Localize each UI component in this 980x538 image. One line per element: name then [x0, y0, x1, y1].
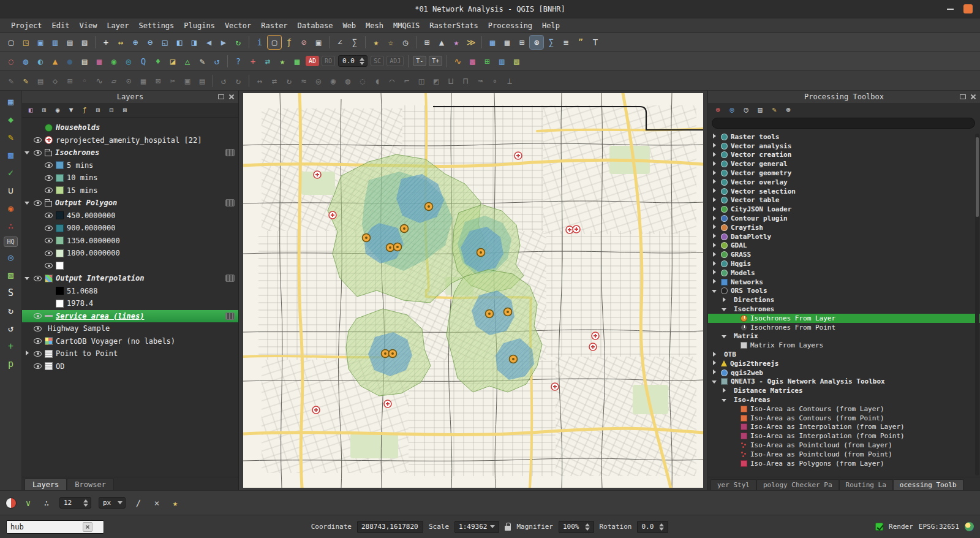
algorithm-item-directions[interactable]: Directions: [708, 295, 980, 305]
locator-input[interactable]: [9, 522, 83, 532]
expand-arrow-icon[interactable]: [712, 152, 718, 158]
visibility-eye-icon[interactable]: [45, 263, 53, 268]
tab-layers[interactable]: Layers: [24, 479, 67, 490]
style-manager-icon[interactable]: ★: [450, 36, 463, 49]
menu-item-settings[interactable]: Settings: [134, 20, 179, 31]
menu-item-plugins[interactable]: Plugins: [179, 20, 220, 31]
spin-down-icon[interactable]: [360, 62, 364, 65]
visibility-eye-icon[interactable]: [34, 338, 42, 344]
algorithm-item-crayfish[interactable]: Crayfish: [708, 223, 980, 232]
algorithm-item-vector-geometry[interactable]: Vector geometry: [708, 169, 980, 178]
menu-item-mmqgis[interactable]: MMQGIS: [388, 20, 424, 31]
filter-by-expression-icon[interactable]: ƒ: [79, 105, 90, 116]
zoom-full-icon[interactable]: ◱: [158, 36, 172, 49]
algorithm-item-raster-tools[interactable]: Raster tools: [708, 132, 980, 142]
temporal-controller-icon[interactable]: ◷: [399, 36, 412, 49]
web-globe-icon[interactable]: ◍: [19, 55, 32, 68]
render-checkbox[interactable]: [875, 523, 883, 531]
green-globe-icon[interactable]: ◉: [107, 55, 121, 68]
flask-icon[interactable]: △: [181, 55, 194, 68]
layer-item-item[interactable]: [22, 260, 238, 273]
algorithm-item-isochrones[interactable]: Isochrones: [708, 305, 980, 314]
check-icon[interactable]: ✓: [3, 165, 19, 180]
expand-arrow-icon[interactable]: [722, 306, 728, 313]
algorithm-item-matrix[interactable]: Matrix: [708, 332, 980, 341]
zoom-next-icon[interactable]: ▶: [217, 36, 230, 49]
processing-search-input[interactable]: [712, 118, 975, 129]
visibility-eye-icon[interactable]: [34, 313, 42, 319]
image-export-icon[interactable]: ▧: [510, 55, 523, 68]
layer-item-10-mins[interactable]: 10 mins: [22, 172, 238, 184]
layer-indicator-badge[interactable]: [225, 199, 235, 206]
layer-item-output-polygon[interactable]: Output Polygon: [22, 197, 238, 210]
scale-combo[interactable]: 1:49362: [454, 521, 499, 533]
manage-map-themes-icon[interactable]: ◉: [52, 105, 63, 116]
minimize-button[interactable]: [947, 9, 954, 10]
dark-globe-icon[interactable]: ●: [63, 55, 77, 68]
chevron-down-icon[interactable]: [118, 501, 123, 504]
algorithm-item-networks[interactable]: Networks: [708, 278, 980, 287]
save-project-as-icon[interactable]: ▥: [48, 36, 62, 49]
layer-item-point-to-point[interactable]: Point to Point: [22, 347, 238, 360]
expand-arrow-icon[interactable]: [712, 216, 718, 222]
map-tips-icon[interactable]: ”: [574, 36, 587, 49]
add-group-icon[interactable]: ⊞: [39, 105, 50, 116]
tab-routing-la[interactable]: Routing La: [839, 479, 893, 490]
algorithm-item-hqgis[interactable]: Hqgis: [708, 259, 980, 268]
expand-arrow-icon[interactable]: [712, 379, 718, 385]
help-icon[interactable]: ?: [232, 55, 245, 68]
tab-yer-styl[interactable]: yer Styl: [710, 479, 756, 490]
expand-arrow-icon[interactable]: [24, 150, 31, 156]
snake-icon[interactable]: ∿: [451, 55, 464, 68]
magnifier-spin[interactable]: 100%: [559, 521, 594, 533]
pan-to-selection-icon[interactable]: ↔: [114, 36, 127, 49]
visibility-eye-icon[interactable]: [45, 238, 53, 243]
epsg-label[interactable]: EPSG:32651: [919, 523, 959, 531]
algorithm-item-vector-selection[interactable]: Vector selection: [708, 187, 980, 196]
layer-item-51-0688[interactable]: 51.0688: [22, 285, 238, 298]
refresh-map-icon[interactable]: ↻: [232, 36, 245, 49]
layer-style-ball-icon[interactable]: [6, 498, 17, 509]
visibility-eye-icon[interactable]: [34, 276, 42, 281]
rotation-value-spin[interactable]: [338, 55, 368, 67]
open-layer-styling-icon[interactable]: ◧: [25, 105, 36, 116]
algorithm-item-cityjson-loader[interactable]: CityJSON Loader: [708, 205, 980, 214]
tab-browser[interactable]: Browser: [67, 479, 114, 490]
annotation-ruler-icon[interactable]: ✎: [3, 130, 19, 145]
float-panel-icon[interactable]: [960, 94, 966, 99]
menu-item-web[interactable]: Web: [337, 20, 361, 31]
ad-chip[interactable]: AD: [306, 56, 319, 66]
new-3d-map-icon[interactable]: ▲: [435, 36, 448, 49]
new-project-icon[interactable]: ▢: [4, 36, 18, 49]
expand-arrow-icon[interactable]: [722, 397, 728, 403]
expand-arrow-icon[interactable]: [722, 333, 728, 339]
bucket-icon[interactable]: ∪: [3, 183, 19, 198]
visibility-eye-icon[interactable]: [34, 150, 42, 156]
pan-map-icon[interactable]: +: [99, 36, 113, 49]
expand-arrow-icon[interactable]: [712, 233, 718, 240]
expand-arrow-icon[interactable]: [712, 143, 718, 149]
expand-arrow-icon[interactable]: [712, 288, 718, 294]
expand-arrow-icon[interactable]: [722, 388, 728, 394]
spin-down-icon[interactable]: [83, 504, 88, 507]
visibility-eye-icon[interactable]: [34, 137, 42, 143]
green-diamond-icon[interactable]: ♦: [151, 55, 165, 68]
algorithm-item-vector-analysis[interactable]: Vector analysis: [708, 142, 980, 151]
save-project-icon[interactable]: ▣: [34, 36, 47, 49]
algorithm-item-isochrones-from-point[interactable]: Isochrones From Point: [708, 323, 980, 332]
algorithm-item-iso-area-as-contours-from-point[interactable]: Iso-Area as Contours (from Point): [708, 414, 980, 423]
cross-marker-icon[interactable]: ×: [150, 496, 164, 510]
new-map-view-icon[interactable]: ⊞: [420, 36, 434, 49]
python-console-icon[interactable]: ≫: [464, 36, 478, 49]
algorithm-item-dataplotly[interactable]: DataPlotly: [708, 232, 980, 241]
algorithm-item-isochrones-from-layer[interactable]: Isochrones From Layer: [708, 314, 980, 323]
layer-item-cartodb-voyager-no-labels[interactable]: CartoDB Voyager (no labels): [22, 335, 238, 348]
processing-history-icon[interactable]: ◷: [741, 104, 752, 115]
chart-icon[interactable]: ▥: [495, 55, 508, 68]
menu-item-mesh[interactable]: Mesh: [361, 20, 388, 31]
star-pencil-icon[interactable]: ★: [276, 55, 289, 68]
layer-indicator-badge[interactable]: [225, 313, 235, 320]
expand-arrow-icon[interactable]: [712, 243, 718, 249]
text-annotation-icon[interactable]: T: [589, 36, 602, 49]
expand-arrow-icon[interactable]: [712, 197, 718, 203]
